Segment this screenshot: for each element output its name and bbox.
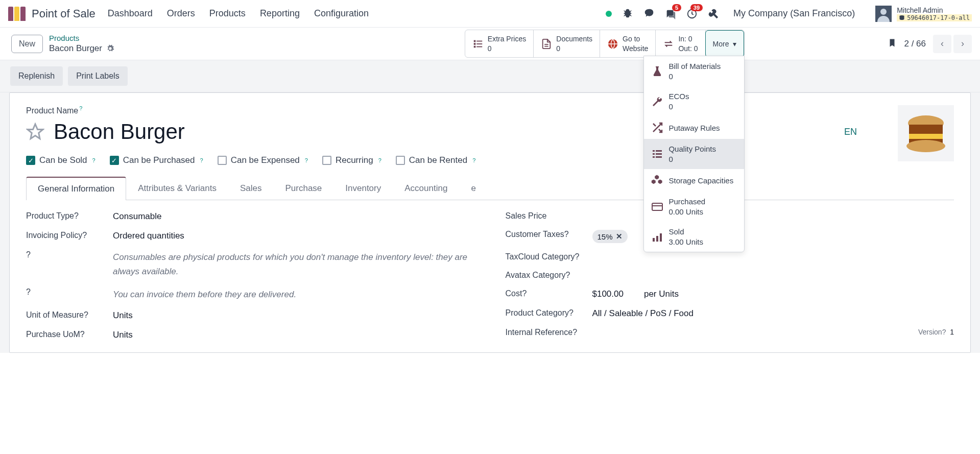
- wrench-icon: [651, 95, 663, 108]
- gear-icon[interactable]: [106, 44, 114, 53]
- nav-orders[interactable]: Orders: [167, 8, 195, 19]
- dropdown-quality[interactable]: Quality Points0: [644, 139, 744, 169]
- replenish-button[interactable]: Replenish: [10, 66, 63, 86]
- nav-products[interactable]: Products: [209, 8, 246, 19]
- company-selector[interactable]: My Company (San Francisco): [733, 8, 855, 19]
- invoicing-policy-value[interactable]: Ordered quantities: [113, 231, 475, 241]
- breadcrumb: Products Bacon Burger: [49, 34, 114, 54]
- product-type-value[interactable]: Consumable: [113, 211, 475, 222]
- row-taxcloud: TaxCloud Category?: [506, 252, 954, 261]
- help-icon[interactable]: ?: [569, 308, 573, 317]
- user-menu[interactable]: Mitchell Admin 59646017-17-0-all: [875, 6, 972, 22]
- nav-reporting[interactable]: Reporting: [260, 8, 300, 19]
- svg-rect-9: [476, 46, 482, 47]
- help-icon[interactable]: ?: [200, 157, 203, 163]
- help-icon[interactable]: ?: [378, 157, 381, 163]
- tab-general[interactable]: General Information: [26, 177, 126, 200]
- help-icon[interactable]: ?: [80, 330, 85, 339]
- svg-rect-4: [474, 40, 476, 42]
- help-icon[interactable]: ?: [572, 328, 577, 337]
- help-icon[interactable]: ?: [942, 328, 946, 336]
- dropdown-sold[interactable]: Sold3.00 Units: [644, 222, 744, 252]
- messages-icon[interactable]: 5: [665, 8, 676, 19]
- boxes-icon: [651, 174, 663, 186]
- dropdown-bom[interactable]: Bill of Materials0: [644, 56, 744, 86]
- form-container: Product Name? Bacon Burger EN ✓Can be So…: [0, 92, 980, 353]
- product-title[interactable]: Bacon Burger: [54, 120, 185, 144]
- tools-icon[interactable]: [708, 8, 719, 19]
- stat-documents[interactable]: Documents0: [534, 30, 600, 57]
- bookmark-icon[interactable]: [888, 38, 897, 50]
- topbar: Point of Sale Dashboard Orders Products …: [0, 0, 980, 28]
- stat-more[interactable]: More ▾ Bill of Materials0 ECOs0 Putaway …: [705, 30, 745, 57]
- nav-dashboard[interactable]: Dashboard: [108, 8, 153, 19]
- tab-accounting[interactable]: Accounting: [393, 177, 459, 200]
- nav-configuration[interactable]: Configuration: [314, 8, 369, 19]
- main-nav: Dashboard Orders Products Reporting Conf…: [108, 8, 369, 19]
- stat-extra-prices[interactable]: Extra Prices0: [465, 30, 534, 57]
- stat-website[interactable]: Go toWebsite: [600, 30, 656, 57]
- app-name[interactable]: Point of Sale: [32, 7, 95, 20]
- row-category: Product Category? All / Saleable / PoS /…: [506, 308, 954, 319]
- stat-inout[interactable]: In: 0Out: 0: [656, 30, 705, 57]
- next-button[interactable]: ›: [953, 35, 972, 53]
- help-icon[interactable]: ?: [575, 252, 580, 261]
- dropdown-ecos[interactable]: ECOs0: [644, 86, 744, 116]
- favorite-star-icon[interactable]: [26, 123, 44, 141]
- help-icon[interactable]: ?: [92, 157, 95, 163]
- prev-button[interactable]: ‹: [933, 35, 951, 53]
- dropdown-purchased[interactable]: Purchased0.00 Units: [644, 192, 744, 222]
- status-dot-icon: [606, 11, 612, 17]
- language-badge[interactable]: EN: [844, 127, 857, 137]
- help-icon[interactable]: ?: [26, 288, 31, 296]
- check-can-be-rented[interactable]: Can be Rented?: [396, 155, 476, 165]
- help-icon[interactable]: ?: [26, 250, 31, 259]
- phone-icon[interactable]: [643, 8, 655, 19]
- help-icon[interactable]: ?: [472, 157, 475, 163]
- activities-icon[interactable]: 39: [686, 8, 698, 19]
- dropdown-putaway[interactable]: Putaway Rules: [644, 116, 744, 139]
- cost-value[interactable]: $100.00 per Units: [592, 289, 954, 299]
- help-icon[interactable]: ?: [84, 310, 88, 319]
- dropdown-storage[interactable]: Storage Capacities: [644, 169, 744, 192]
- breadcrumb-products[interactable]: Products: [49, 34, 114, 42]
- tab-inventory[interactable]: Inventory: [333, 177, 393, 200]
- user-name: Mitchell Admin: [897, 6, 972, 14]
- tab-attributes[interactable]: Attributes & Variants: [126, 177, 228, 200]
- version-value: 1: [950, 328, 954, 336]
- check-can-be-sold[interactable]: ✓Can be Sold?: [26, 155, 95, 165]
- svg-rect-12: [656, 150, 662, 152]
- check-can-be-purchased[interactable]: ✓Can be Purchased?: [110, 155, 203, 165]
- help-icon[interactable]: ?: [564, 230, 569, 238]
- help-icon[interactable]: ?: [305, 157, 308, 163]
- help-icon[interactable]: ?: [522, 289, 527, 298]
- svg-rect-15: [653, 156, 655, 158]
- purchase-uom-value[interactable]: Units: [113, 330, 475, 340]
- bug-icon[interactable]: [622, 8, 633, 19]
- product-flags: ✓Can be Sold? ✓Can be Purchased? Can be …: [26, 155, 898, 165]
- tab-ebay[interactable]: e: [459, 177, 487, 200]
- product-image[interactable]: [898, 105, 954, 161]
- row-invoicing-policy: Invoicing Policy? Ordered quantities: [26, 231, 475, 241]
- page-count[interactable]: 2 / 66: [904, 39, 926, 49]
- tax-chip: 15%✕: [592, 230, 628, 243]
- uom-value[interactable]: Units: [113, 310, 475, 321]
- check-recurring[interactable]: Recurring?: [322, 155, 381, 165]
- help-icon[interactable]: ?: [79, 105, 82, 111]
- product-name-label: Product Name?: [26, 105, 898, 115]
- close-icon[interactable]: ✕: [616, 232, 623, 241]
- tab-purchase[interactable]: Purchase: [273, 177, 333, 200]
- form-header: Product Name? Bacon Burger EN ✓Can be So…: [26, 105, 954, 165]
- checkbox-checked-icon: ✓: [26, 156, 35, 165]
- svg-rect-6: [474, 43, 476, 45]
- category-value[interactable]: All / Saleable / PoS / Food: [592, 308, 954, 319]
- print-labels-button[interactable]: Print Labels: [68, 66, 128, 86]
- help-icon[interactable]: ?: [82, 231, 87, 240]
- control-bar: New Products Bacon Burger Extra Prices0 …: [0, 28, 980, 60]
- check-can-be-expensed[interactable]: Can be Expensed?: [218, 155, 308, 165]
- app-logo[interactable]: [8, 7, 27, 21]
- tab-sales[interactable]: Sales: [228, 177, 274, 200]
- help-icon[interactable]: ?: [566, 271, 570, 279]
- help-icon[interactable]: ?: [74, 211, 79, 220]
- new-button[interactable]: New: [11, 35, 43, 53]
